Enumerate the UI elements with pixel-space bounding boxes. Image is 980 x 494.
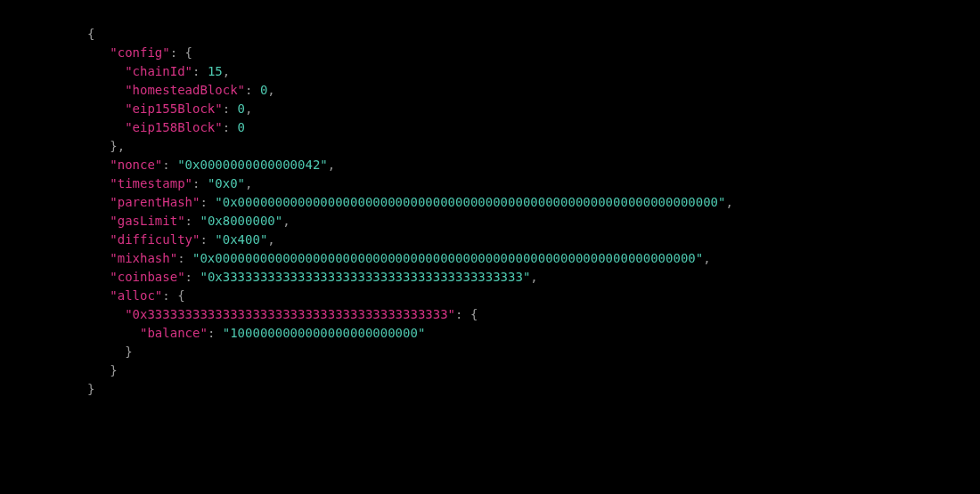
key-alloc-address: "0x3333333333333333333333333333333333333…	[125, 307, 455, 321]
val-gasLimit: "0x8000000"	[200, 214, 282, 228]
key-eip158Block: "eip158Block"	[125, 120, 223, 134]
key-eip155Block: "eip155Block"	[125, 101, 223, 116]
val-coinbase: "0x3333333333333333333333333333333333333…	[200, 270, 530, 284]
key-difficulty: "difficulty"	[110, 232, 200, 247]
val-parentHash: "0x0000000000000000000000000000000000000…	[215, 195, 725, 209]
val-chainId: 15	[208, 64, 223, 78]
key-nonce: "nonce"	[110, 158, 162, 172]
val-balance: "1000000000000000000000000"	[223, 326, 426, 340]
val-timestamp: "0x0"	[208, 176, 245, 190]
key-chainId: "chainId"	[125, 64, 192, 78]
key-timestamp: "timestamp"	[110, 176, 192, 190]
key-parentHash: "parentHash"	[110, 195, 200, 209]
json-code-block: { "config": { "chainId": 15, "homesteadB…	[87, 25, 980, 399]
key-balance: "balance"	[140, 326, 208, 340]
key-gasLimit: "gasLimit"	[110, 214, 184, 228]
val-mixhash: "0x0000000000000000000000000000000000000…	[192, 251, 703, 265]
val-eip158Block: 0	[238, 120, 245, 134]
key-coinbase: "coinbase"	[110, 270, 184, 284]
key-mixhash: "mixhash"	[110, 251, 177, 265]
val-difficulty: "0x400"	[215, 232, 267, 247]
key-homesteadBlock: "homesteadBlock"	[125, 83, 245, 97]
val-nonce: "0x0000000000000042"	[177, 158, 328, 172]
key-config: "config"	[110, 45, 169, 60]
key-alloc: "alloc"	[110, 288, 162, 303]
val-eip155Block: 0	[238, 101, 245, 116]
